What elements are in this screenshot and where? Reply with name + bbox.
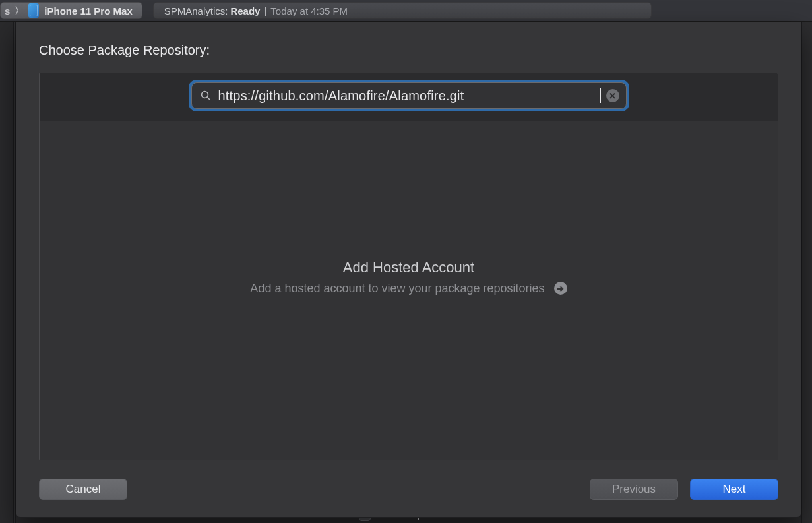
empty-state-subtitle: Add a hosted account to view your packag…	[250, 282, 544, 295]
arrow-right-icon: ➔	[557, 284, 564, 293]
repository-url-input[interactable]	[218, 83, 601, 108]
navigator-strip	[0, 22, 14, 523]
clear-search-button[interactable]: ✕	[606, 89, 619, 102]
search-field-wrapper[interactable]: ✕	[191, 82, 627, 109]
scheme-prefix: s	[5, 5, 10, 16]
status-project: SPMAnalytics:	[164, 5, 228, 16]
next-button[interactable]: Next	[690, 479, 778, 500]
scheme-selector[interactable]: s 〉 iPhone 11 Pro Max	[0, 2, 142, 19]
results-list: Add Hosted Account Add a hosted account …	[40, 121, 778, 460]
empty-state: Add Hosted Account Add a hosted account …	[250, 259, 567, 295]
device-name: iPhone 11 Pro Max	[44, 5, 132, 16]
sheet-button-row: Cancel Previous Next	[39, 479, 778, 500]
inspector-strip	[801, 22, 812, 523]
close-icon: ✕	[609, 91, 616, 101]
empty-state-title: Add Hosted Account	[250, 259, 567, 276]
search-icon	[200, 90, 212, 102]
add-package-sheet: Choose Package Repository: ✕ Add Hosted …	[16, 22, 801, 518]
status-state: Ready	[230, 5, 260, 16]
cancel-button[interactable]: Cancel	[39, 479, 127, 500]
text-cursor	[600, 88, 601, 103]
svg-point-0	[201, 92, 208, 98]
device-icon	[28, 3, 39, 18]
editor-area: Upside Down Landscape Left Choose Packag…	[0, 22, 812, 523]
svg-line-1	[207, 97, 210, 100]
xcode-toolbar: s 〉 iPhone 11 Pro Max SPMAnalytics: Read…	[0, 0, 812, 22]
status-divider: |	[264, 5, 266, 16]
status-time: Today at 4:35 PM	[270, 5, 348, 16]
breadcrumb-chevron: 〉	[15, 5, 24, 17]
activity-status: SPMAnalytics: Ready | Today at 4:35 PM	[153, 2, 652, 19]
add-account-button[interactable]: ➔	[554, 282, 567, 295]
previous-button: Previous	[590, 479, 678, 500]
sheet-title: Choose Package Repository:	[39, 43, 778, 58]
results-container: ✕ Add Hosted Account Add a hosted accoun…	[39, 73, 778, 460]
